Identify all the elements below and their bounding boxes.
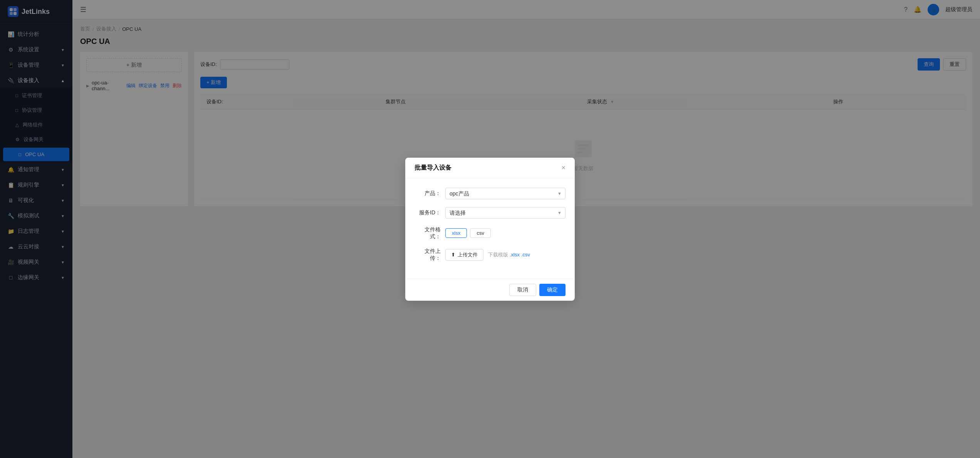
upload-button-label: 上传文件 bbox=[458, 251, 478, 258]
modal-header: 批量导入设备 × bbox=[405, 158, 575, 178]
file-upload-label: 文件上传： bbox=[414, 248, 445, 262]
upload-button[interactable]: ⬆ 上传文件 bbox=[445, 249, 483, 261]
download-csv-link[interactable]: .csv bbox=[521, 252, 530, 258]
service-id-select-wrapper: 请选择 ▼ bbox=[445, 207, 566, 219]
form-row-service-id: 服务ID： 请选择 ▼ bbox=[414, 207, 566, 219]
service-id-select[interactable]: 请选择 bbox=[445, 207, 566, 219]
modal-close-button[interactable]: × bbox=[561, 164, 566, 171]
form-row-product: 产品： opc产品 ▼ bbox=[414, 188, 566, 199]
upload-area: ⬆ 上传文件 下载模版 .xlsx .csv bbox=[445, 249, 566, 261]
modal-overlay: 批量导入设备 × 产品： opc产品 ▼ 服务ID： bbox=[0, 0, 980, 458]
product-label: 产品： bbox=[414, 190, 445, 197]
file-format-label: 文件格式： bbox=[414, 226, 445, 240]
download-links: 下载模版 .xlsx .csv bbox=[488, 251, 530, 258]
form-row-file-upload: 文件上传： ⬆ 上传文件 下载模版 .xlsx .csv bbox=[414, 248, 566, 262]
file-upload-field: ⬆ 上传文件 下载模版 .xlsx .csv bbox=[445, 249, 566, 261]
file-format-field: xlsx csv bbox=[445, 228, 566, 238]
format-buttons: xlsx csv bbox=[445, 228, 566, 238]
service-id-label: 服务ID： bbox=[414, 209, 445, 216]
modal-title: 批量导入设备 bbox=[414, 164, 451, 172]
cancel-button[interactable]: 取消 bbox=[509, 284, 536, 296]
download-xlsx-link[interactable]: .xlsx bbox=[510, 252, 520, 258]
service-id-field: 请选择 ▼ bbox=[445, 207, 566, 219]
format-csv-button[interactable]: csv bbox=[470, 228, 491, 238]
upload-icon: ⬆ bbox=[451, 252, 455, 258]
confirm-button[interactable]: 确定 bbox=[539, 284, 566, 296]
product-field: opc产品 ▼ bbox=[445, 188, 566, 199]
download-template-label: 下载模版 bbox=[488, 251, 508, 258]
product-select[interactable]: opc产品 bbox=[445, 188, 566, 199]
form-row-file-format: 文件格式： xlsx csv bbox=[414, 226, 566, 240]
modal-body: 产品： opc产品 ▼ 服务ID： 请选择 bbox=[405, 178, 575, 279]
product-select-wrapper: opc产品 ▼ bbox=[445, 188, 566, 199]
import-modal: 批量导入设备 × 产品： opc产品 ▼ 服务ID： bbox=[405, 158, 575, 301]
format-xlsx-button[interactable]: xlsx bbox=[445, 228, 467, 238]
modal-footer: 取消 确定 bbox=[405, 279, 575, 301]
